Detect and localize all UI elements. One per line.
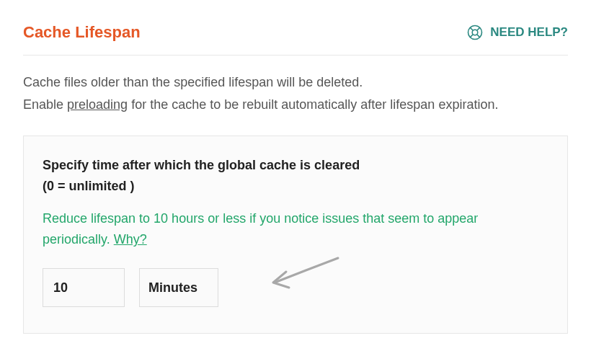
description-line1: Cache files older than the specified lif… xyxy=(23,75,363,89)
lifespan-unit-label: Minutes xyxy=(148,280,197,296)
settings-label-line1: Specify time after which the global cach… xyxy=(43,158,360,172)
arrow-annotation-icon xyxy=(266,252,345,302)
preloading-link[interactable]: preloading xyxy=(67,97,128,112)
svg-line-3 xyxy=(477,27,480,30)
controls-row: Minutes xyxy=(43,268,548,307)
settings-hint: Reduce lifespan to 10 hours or less if y… xyxy=(43,208,548,251)
svg-line-4 xyxy=(470,35,473,37)
settings-panel: Specify time after which the global cach… xyxy=(23,136,568,334)
need-help-link[interactable]: NEED HELP? xyxy=(467,25,568,40)
section-description: Cache files older than the specified lif… xyxy=(23,71,568,115)
settings-label-line2: (0 = unlimited ) xyxy=(43,179,135,193)
section-title: Cache Lifespan xyxy=(23,23,141,42)
need-help-label: NEED HELP? xyxy=(490,25,568,40)
help-icon xyxy=(467,25,483,40)
svg-point-1 xyxy=(473,30,479,35)
why-link[interactable]: Why? xyxy=(114,232,147,247)
lifespan-unit-select[interactable]: Minutes xyxy=(139,268,218,307)
svg-line-2 xyxy=(470,27,473,30)
settings-hint-text: Reduce lifespan to 10 hours or less if y… xyxy=(43,211,478,247)
section-header: Cache Lifespan NEED HELP? xyxy=(23,23,568,56)
settings-label: Specify time after which the global cach… xyxy=(43,155,548,197)
svg-line-5 xyxy=(477,35,480,37)
description-line2-suffix: for the cache to be rebuilt automaticall… xyxy=(128,97,498,112)
lifespan-value-input[interactable] xyxy=(43,268,125,307)
description-line2-prefix: Enable xyxy=(23,97,67,112)
